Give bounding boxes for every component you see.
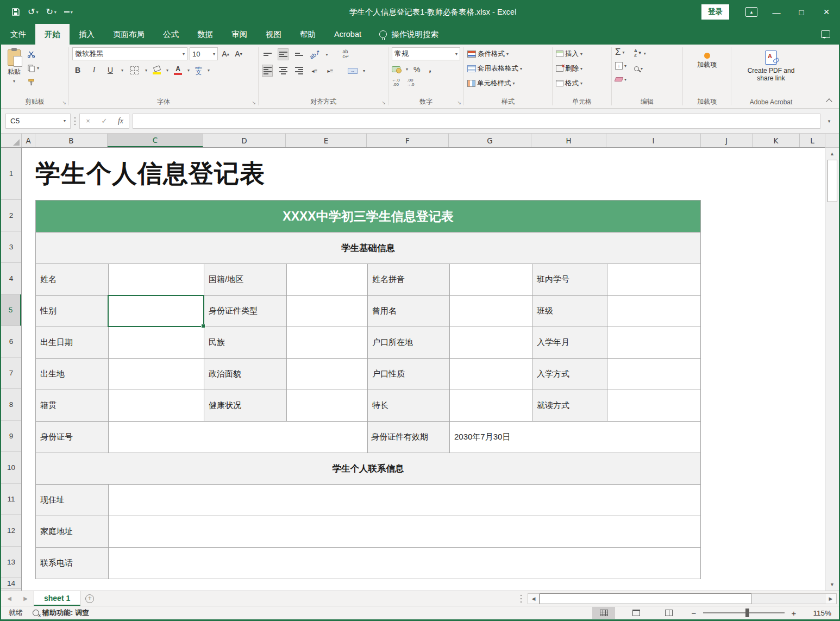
column-header-d[interactable]: D — [203, 134, 286, 147]
collapse-ribbon-button[interactable] — [826, 98, 832, 104]
input-student-number[interactable] — [607, 264, 700, 295]
cell-styles-button[interactable]: 单元格样式▾ — [467, 78, 515, 89]
input-name[interactable] — [108, 264, 204, 295]
font-dialog-launcher[interactable]: ↘ — [252, 100, 256, 105]
chevron-down-icon[interactable]: ▾ — [208, 68, 210, 73]
row-header-1[interactable]: 1 — [1, 148, 21, 200]
phonetic-guide-button[interactable]: wén文 — [195, 66, 202, 74]
row-header-12[interactable]: 12 — [1, 515, 21, 547]
format-as-table-button[interactable]: 套用表格格式▾ — [467, 63, 522, 74]
font-color-button[interactable]: A — [174, 66, 182, 75]
font-name-select[interactable]: 微软雅黑▾ — [72, 47, 187, 60]
sheet-title-cell[interactable]: 学生个人信息登记表 — [35, 148, 265, 200]
label-enrollment-method[interactable]: 入学方式 — [532, 359, 607, 390]
name-box-splitter[interactable] — [74, 116, 76, 126]
fill-button[interactable]: ↓▾ — [615, 60, 626, 71]
insert-cells-button[interactable]: 插入▾ — [556, 48, 582, 59]
align-right-button[interactable] — [293, 65, 304, 77]
row-header-6[interactable]: 6 — [1, 326, 21, 357]
zoom-level[interactable]: 115% — [807, 609, 831, 617]
input-home-address[interactable] — [108, 516, 700, 547]
name-box[interactable]: C5▾ — [5, 114, 71, 129]
tab-review[interactable]: 审阅 — [222, 24, 256, 45]
format-painter-button[interactable] — [27, 77, 39, 87]
row-header-4[interactable]: 4 — [1, 263, 21, 294]
vertical-scroll-thumb[interactable] — [828, 160, 837, 202]
tab-acrobat[interactable]: Acrobat — [325, 24, 371, 45]
horizontal-scroll-thumb[interactable] — [540, 593, 751, 604]
copy-button[interactable]: ▾ — [27, 62, 39, 73]
label-former-name[interactable]: 曾用名 — [367, 296, 449, 327]
label-native-place[interactable]: 籍贯 — [36, 390, 108, 421]
redo-button[interactable]: ↻▾ — [43, 6, 59, 18]
cut-button[interactable] — [27, 48, 39, 59]
paste-button[interactable]: 粘贴 ▾ — [4, 47, 24, 87]
chevron-down-icon[interactable]: ▾ — [145, 68, 147, 73]
clipboard-dialog-launcher[interactable]: ↘ — [62, 100, 66, 105]
horizontal-scroll-track[interactable] — [751, 593, 825, 604]
zoom-in-button[interactable]: + — [790, 609, 798, 618]
input-study-mode[interactable] — [607, 390, 700, 421]
align-center-button[interactable] — [278, 65, 289, 77]
tab-splitter-grip[interactable] — [520, 594, 522, 604]
row-header-10[interactable]: 10 — [1, 452, 21, 484]
input-household-type[interactable] — [449, 359, 532, 390]
form-banner-cell[interactable]: XXXX中学初三学生信息登记表 — [36, 200, 700, 232]
input-enrollment-date[interactable] — [607, 327, 700, 358]
scroll-right-button[interactable]: ▶ — [825, 593, 837, 604]
wrap-text-button[interactable]: abc↵ — [340, 48, 351, 60]
chevron-down-icon[interactable]: ▾ — [166, 68, 168, 73]
column-header-e[interactable]: E — [286, 134, 367, 147]
input-current-address[interactable] — [108, 485, 700, 516]
input-pinyin[interactable] — [449, 264, 532, 295]
input-specialty[interactable] — [449, 390, 532, 421]
create-pdf-button[interactable]: Create PDF and share link — [738, 47, 804, 84]
comment-icon[interactable] — [821, 30, 830, 38]
comma-style-button[interactable]: ， — [425, 64, 434, 75]
sheet-tab-active[interactable]: sheet 1 — [34, 591, 80, 606]
tab-view[interactable]: 视图 — [256, 24, 291, 45]
input-native-place[interactable] — [108, 390, 204, 421]
zoom-out-button[interactable]: − — [690, 609, 698, 618]
column-header-f[interactable]: F — [367, 134, 449, 147]
enter-button[interactable]: ✓ — [96, 117, 112, 125]
label-id-validity[interactable]: 身份证件有效期 — [367, 422, 449, 453]
decrease-font-size-button[interactable]: A▾ — [233, 48, 244, 60]
label-current-address[interactable]: 现住址 — [36, 485, 108, 516]
label-contact-phone[interactable]: 联系电话 — [36, 548, 108, 579]
number-dialog-launcher[interactable]: ↘ — [457, 100, 461, 105]
tab-formulas[interactable]: 公式 — [154, 24, 188, 45]
find-select-button[interactable]: ▾ — [634, 63, 646, 74]
increase-indent-button[interactable]: ▸≡ — [325, 65, 336, 77]
input-enrollment-method[interactable] — [607, 359, 700, 390]
tell-me-search[interactable]: 操作说明搜索 — [379, 24, 438, 45]
bottom-align-button[interactable] — [293, 48, 304, 60]
row-header-7[interactable]: 7 — [1, 357, 21, 389]
column-header-b[interactable]: B — [35, 134, 108, 147]
new-sheet-button[interactable]: + — [80, 591, 99, 606]
row-header-11[interactable]: 11 — [1, 484, 21, 515]
label-class[interactable]: 班级 — [532, 296, 607, 327]
fill-color-button[interactable] — [153, 66, 161, 74]
input-gender-selected-cell[interactable] — [108, 296, 204, 327]
input-political-status[interactable] — [286, 359, 367, 390]
column-header-j[interactable]: J — [701, 134, 753, 147]
column-header-k[interactable]: K — [753, 134, 800, 147]
underline-button[interactable]: U — [105, 64, 116, 76]
accounting-format-button[interactable] — [392, 66, 400, 72]
save-button[interactable] — [9, 6, 23, 18]
label-pinyin[interactable]: 姓名拼音 — [367, 264, 449, 295]
page-layout-view-button[interactable] — [625, 607, 648, 619]
label-home-address[interactable]: 家庭地址 — [36, 516, 108, 547]
label-political-status[interactable]: 政治面貌 — [204, 359, 286, 390]
delete-cells-button[interactable]: 删除▾ — [556, 63, 582, 74]
chevron-down-icon[interactable]: ▾ — [121, 68, 123, 73]
input-health-status[interactable] — [286, 390, 367, 421]
input-class[interactable] — [607, 296, 700, 327]
close-button[interactable]: × — [814, 0, 839, 24]
row-header-2[interactable]: 2 — [1, 200, 21, 231]
increase-font-size-button[interactable]: A▴ — [220, 48, 231, 60]
scroll-down-button[interactable]: ▼ — [825, 579, 839, 591]
decrease-decimal-button[interactable]: .00→.0 — [406, 78, 415, 87]
label-birth-place[interactable]: 出生地 — [36, 359, 108, 390]
